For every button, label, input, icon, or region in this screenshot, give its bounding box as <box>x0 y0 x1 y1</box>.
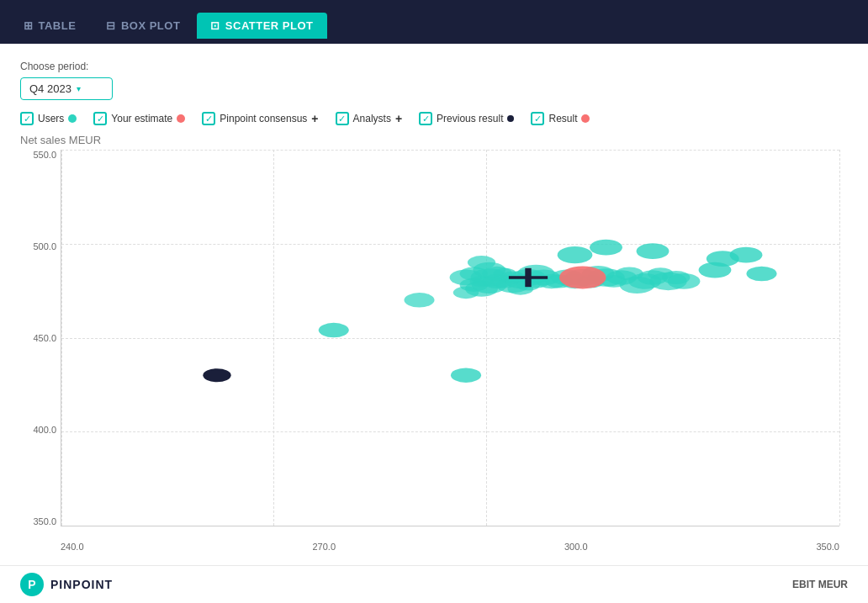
y-label-350: 350.0 <box>33 516 56 526</box>
chart-title: Net sales MEUR <box>20 134 848 146</box>
svg-point-45 <box>746 267 776 281</box>
box-plot-icon: ⊟ <box>106 19 116 32</box>
users-checkbox[interactable]: ✓ <box>20 112 34 125</box>
chevron-down-icon: ▾ <box>77 84 81 93</box>
period-dropdown[interactable]: Q4 2023 ▾ <box>20 77 113 100</box>
svg-point-40 <box>319 323 349 337</box>
period-label: Choose period: <box>20 61 848 72</box>
legend-pinpoint-consensus[interactable]: ✓ Pinpoint consensus + <box>202 112 318 125</box>
y-label-400: 400.0 <box>33 425 56 435</box>
previous-result-checkbox[interactable]: ✓ <box>419 112 432 125</box>
pinpoint-consensus-plus: + <box>311 112 318 125</box>
scatter-svg <box>61 150 839 526</box>
users-dot <box>68 114 77 123</box>
logo-icon: P <box>20 573 44 596</box>
users-label: Users <box>38 113 64 124</box>
x-label-350: 350.0 <box>816 542 839 552</box>
pinpoint-consensus-label: Pinpoint consensus <box>220 113 307 124</box>
legend-previous-result[interactable]: ✓ Previous result <box>419 112 514 125</box>
result-checkbox[interactable]: ✓ <box>531 112 544 125</box>
svg-point-41 <box>451 368 481 382</box>
chart-area: 550.0 500.0 450.0 400.0 350.0 <box>27 150 848 552</box>
tab-box-plot[interactable]: ⊟ BOX PLOT <box>93 13 193 39</box>
your-estimate-dot <box>177 114 185 123</box>
logo-area: P PINPOINT <box>20 573 113 596</box>
legend: ✓ Users ✓ Your estimate ✓ Pinpoint conse… <box>20 112 848 125</box>
previous-result-label: Previous result <box>437 113 503 124</box>
period-section: Choose period: Q4 2023 ▾ <box>20 61 848 100</box>
logo-name: PINPOINT <box>50 578 113 591</box>
app-container: ⊞ TABLE ⊟ BOX PLOT ⊡ SCATTER PLOT Choose… <box>0 0 868 603</box>
your-estimate-checkbox[interactable]: ✓ <box>93 112 107 125</box>
logo-letter: P <box>28 578 35 591</box>
y-label-450: 450.0 <box>33 333 56 343</box>
period-value: Q4 2023 <box>29 82 71 95</box>
svg-point-38 <box>668 273 701 289</box>
legend-your-estimate[interactable]: ✓ Your estimate <box>93 112 185 125</box>
axis-label-text: EBIT MEUR <box>792 579 848 590</box>
analysts-plus: + <box>395 112 402 125</box>
previous-result-dot <box>507 115 514 122</box>
x-label-270: 270.0 <box>312 542 336 552</box>
chart-plot-area <box>61 150 839 526</box>
svg-point-51 <box>203 368 230 382</box>
legend-result[interactable]: ✓ Result <box>531 112 590 125</box>
svg-point-50 <box>730 247 763 263</box>
svg-point-42 <box>468 256 495 269</box>
v-gridline-350 <box>839 150 840 526</box>
svg-point-43 <box>404 293 434 307</box>
svg-point-13 <box>453 286 479 299</box>
result-label: Result <box>548 113 577 124</box>
svg-point-47 <box>590 240 622 256</box>
pinpoint-consensus-checkbox[interactable]: ✓ <box>202 112 215 125</box>
analysts-checkbox[interactable]: ✓ <box>336 112 349 125</box>
legend-users[interactable]: ✓ Users <box>20 112 77 125</box>
y-axis-labels: 550.0 500.0 450.0 400.0 350.0 <box>27 150 61 526</box>
svg-point-48 <box>637 243 670 259</box>
table-icon: ⊞ <box>24 19 34 32</box>
tab-scatter-plot[interactable]: ⊡ SCATTER PLOT <box>197 13 326 39</box>
y-label-550: 550.0 <box>33 150 56 160</box>
result-dot <box>581 114 590 123</box>
svg-point-46 <box>558 246 593 263</box>
x-axis-labels: 240.0 270.0 300.0 350.0 <box>61 526 839 552</box>
tab-table[interactable]: ⊞ TABLE <box>10 13 89 39</box>
scatter-plot-icon: ⊡ <box>210 19 220 32</box>
footer: P PINPOINT EBIT MEUR <box>0 565 868 603</box>
x-label-240: 240.0 <box>61 542 84 552</box>
main-content: Choose period: Q4 2023 ▾ ✓ Users ✓ Your … <box>0 44 868 565</box>
axis-footer-label: EBIT MEUR <box>792 579 848 590</box>
y-label-500: 500.0 <box>33 241 56 251</box>
svg-point-52 <box>559 267 606 289</box>
your-estimate-label: Your estimate <box>111 113 172 124</box>
analysts-label: Analysts <box>353 113 391 124</box>
legend-analysts[interactable]: ✓ Analysts + <box>336 112 403 125</box>
tab-bar: ⊞ TABLE ⊟ BOX PLOT ⊡ SCATTER PLOT <box>0 0 868 44</box>
x-label-300: 300.0 <box>564 542 588 552</box>
